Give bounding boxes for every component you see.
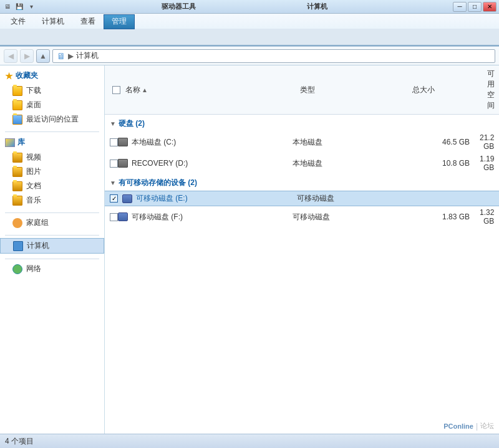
status-bar: 4 个项目 xyxy=(0,434,499,448)
drive-c-free: 21.2 GB xyxy=(480,133,499,151)
table-row[interactable]: 可移动磁盘 (F:) 可移动磁盘 1.83 GB 1.32 GB xyxy=(105,206,499,227)
documents-label: 文档 xyxy=(26,181,41,191)
library-section: 库 视频 图片 文档 音乐 xyxy=(0,135,104,207)
downloads-label: 下载 xyxy=(26,85,41,96)
row-checkbox-c xyxy=(110,138,118,146)
col-size-header[interactable]: 总大小 xyxy=(410,83,485,97)
sidebar-item-video[interactable]: 视频 xyxy=(0,150,104,164)
sidebar-item-music[interactable]: 音乐 xyxy=(0,193,104,207)
computer-section: 计算机 xyxy=(0,238,104,254)
star-icon: ★ xyxy=(5,71,13,81)
col-type-header[interactable]: 类型 xyxy=(298,83,410,97)
content-area: 名称 ▲ 类型 总大小 可用空间 ▼ 硬盘 (2) xyxy=(105,65,499,434)
computer-icon xyxy=(13,241,23,251)
drive-f-free: 1.32 GB xyxy=(480,208,499,226)
favorites-header[interactable]: ★ 收藏夹 xyxy=(0,68,104,83)
folder-icon xyxy=(12,100,22,110)
checkbox-e[interactable]: ✓ xyxy=(110,194,118,203)
recent-label: 最近访问的位置 xyxy=(26,114,79,125)
video-label: 视频 xyxy=(26,152,41,163)
group-removable[interactable]: ▼ 有可移动存储的设备 (2) xyxy=(105,174,499,191)
address-path[interactable]: 🖥 ▶ 计算机 xyxy=(52,49,495,63)
col-name-header[interactable]: 名称 ▲ xyxy=(123,83,298,97)
name-column-label: 名称 xyxy=(125,85,140,95)
folder-icon xyxy=(12,115,22,125)
type-column-label: 类型 xyxy=(300,85,315,95)
drive-e-name: 可移动磁盘 (E:) xyxy=(122,193,297,204)
network-label: 网络 xyxy=(26,264,41,274)
watermark-forum: 论坛 xyxy=(480,421,494,431)
free-column-label: 可用空间 xyxy=(487,69,495,111)
dropdown-icon[interactable]: ▾ xyxy=(26,2,36,12)
col-free-header[interactable]: 可用空间 xyxy=(485,67,497,113)
hdd-icon xyxy=(118,159,128,168)
ribbon-content xyxy=(0,29,499,46)
tab-computer[interactable]: 计算机 xyxy=(34,14,72,29)
window-title: 驱动器工具 计算机 xyxy=(36,2,453,11)
close-button[interactable]: ✕ xyxy=(483,2,497,12)
usb-icon xyxy=(118,212,128,221)
sidebar-item-pictures[interactable]: 图片 xyxy=(0,164,104,179)
watermark-divider: | xyxy=(476,422,478,431)
drive-c-type: 本地磁盘 xyxy=(293,137,405,148)
library-label: 库 xyxy=(17,137,25,148)
window-icon: 🖥 xyxy=(2,2,12,12)
sidebar-item-homegroup[interactable]: 家庭组 xyxy=(0,216,104,230)
tab-manage[interactable]: 管理 xyxy=(104,14,135,29)
header-checkbox[interactable] xyxy=(112,86,120,94)
path-separator: ▶ xyxy=(68,52,74,60)
drive-d-free: 1.19 GB xyxy=(480,155,499,172)
col-checkbox-header xyxy=(110,84,123,96)
sidebar-item-network[interactable]: 网络 xyxy=(0,262,104,276)
sort-arrow-icon: ▲ xyxy=(142,87,148,93)
sidebar-item-desktop[interactable]: 桌面 xyxy=(0,98,104,112)
favorites-label: 收藏夹 xyxy=(16,70,38,81)
sidebar-item-recent[interactable]: 最近访问的位置 xyxy=(0,112,104,126)
pictures-label: 图片 xyxy=(26,166,41,177)
title-bar: 🖥 💾 ▾ 驱动器工具 计算机 ─ □ ✕ xyxy=(0,0,499,14)
folder-icon xyxy=(12,181,22,191)
music-label: 音乐 xyxy=(26,195,41,206)
removable-group-label: 有可移动存储的设备 (2) xyxy=(119,178,197,188)
back-button[interactable]: ◀ xyxy=(4,49,17,63)
save-icon: 💾 xyxy=(14,2,24,12)
library-header[interactable]: 库 xyxy=(0,135,104,150)
computer-icon: 🖥 xyxy=(57,51,65,61)
window-controls: ─ □ ✕ xyxy=(453,2,497,12)
up-button[interactable]: ▲ xyxy=(36,49,50,63)
drive-d-size: 10.8 GB xyxy=(405,159,480,168)
checkbox-d[interactable] xyxy=(110,160,118,168)
size-column-label: 总大小 xyxy=(412,85,435,95)
main-layout: ★ 收藏夹 下载 桌面 最近访问的位置 库 xyxy=(0,65,499,434)
desktop-label: 桌面 xyxy=(26,100,41,110)
group-hard-disks[interactable]: ▼ 硬盘 (2) xyxy=(105,115,499,131)
table-row[interactable]: RECOVERY (D:) 本地磁盘 10.8 GB 1.19 GB xyxy=(105,153,499,174)
drive-e-type: 可移动磁盘 xyxy=(297,193,409,204)
folder-icon xyxy=(12,167,22,177)
minimize-button[interactable]: ─ xyxy=(453,2,467,12)
checkbox-c[interactable] xyxy=(110,138,118,146)
sidebar-item-documents[interactable]: 文档 xyxy=(0,179,104,193)
content-scroll: ▼ 硬盘 (2) 本地磁盘 (C:) 本地磁盘 46.5 GB 21.2 GB xyxy=(105,115,499,434)
group-arrow-icon: ▼ xyxy=(110,179,116,186)
tab-file[interactable]: 文件 xyxy=(2,14,34,29)
table-row[interactable]: 本地磁盘 (C:) 本地磁盘 46.5 GB 21.2 GB xyxy=(105,131,499,153)
drive-d-name: RECOVERY (D:) xyxy=(118,159,293,168)
homegroup-section: 家庭组 xyxy=(0,216,104,230)
row-checkbox-d xyxy=(110,160,118,168)
watermark: PConline | 论坛 xyxy=(443,421,494,431)
forward-button[interactable]: ▶ xyxy=(20,49,34,63)
drive-f-name: 可移动磁盘 (F:) xyxy=(118,212,293,222)
divider-4 xyxy=(5,259,99,259)
tab-view[interactable]: 查看 xyxy=(72,14,104,29)
maximize-button[interactable]: □ xyxy=(468,2,482,12)
sidebar-item-computer[interactable]: 计算机 xyxy=(0,238,104,254)
divider-1 xyxy=(5,131,99,132)
drive-f-type: 可移动磁盘 xyxy=(293,212,405,222)
checkbox-f[interactable] xyxy=(110,213,118,221)
network-section: 网络 xyxy=(0,262,104,276)
computer-label: 计算机 xyxy=(27,241,49,251)
table-row[interactable]: ✓ 可移动磁盘 (E:) 可移动磁盘 xyxy=(105,191,499,206)
sidebar-item-downloads[interactable]: 下载 xyxy=(0,83,104,98)
usb-icon xyxy=(122,194,132,203)
